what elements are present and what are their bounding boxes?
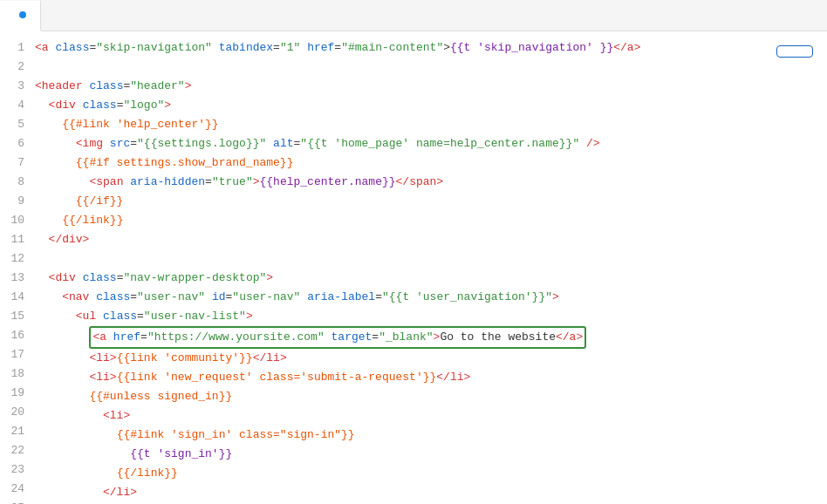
line-number: 24: [0, 480, 24, 499]
code-line: <img src="{{settings.logo}}" alt="{{t 'h…: [35, 134, 827, 153]
line-number: 1: [0, 38, 24, 58]
highlighted-code: <a href="https://www.yoursite.com" targe…: [89, 326, 586, 349]
code-content: <a class="skip-navigation" tabindex="1" …: [35, 38, 827, 504]
code-line: <li>: [35, 406, 827, 426]
code-line: <nav class="user-nav" id="user-nav" aria…: [35, 288, 827, 307]
line-number: 8: [0, 173, 24, 192]
line-number: 20: [0, 403, 24, 422]
line-number: 14: [0, 288, 24, 307]
line-number: 16: [0, 326, 24, 345]
line-number: 21: [0, 422, 24, 441]
code-line: {{/link}}: [35, 464, 827, 483]
line-number: 11: [0, 230, 24, 249]
code-line: {{/link}}: [35, 211, 827, 230]
code-line: {{#link 'sign_in' class="sign-in"}}: [35, 426, 827, 445]
line-number: 18: [0, 364, 24, 384]
line-number: 17: [0, 345, 24, 364]
code-line: [35, 58, 827, 77]
code-line: {{/if}}: [35, 192, 827, 211]
line-number: 19: [0, 384, 24, 403]
line-number: 6: [0, 134, 24, 153]
tab-unsaved-dot: [19, 11, 26, 18]
line-number: 4: [0, 96, 24, 115]
line-number: 13: [0, 269, 24, 288]
code-line: <a class="skip-navigation" tabindex="1" …: [35, 38, 827, 58]
line-number: 5: [0, 115, 24, 134]
line-number: 9: [0, 192, 24, 211]
line-number: 23: [0, 460, 24, 480]
publish-button[interactable]: [776, 45, 813, 58]
code-line: {{t 'sign_in'}}: [35, 445, 827, 464]
line-number: 3: [0, 77, 24, 96]
code-line: <li>{{link 'new_request' class='submit-a…: [35, 368, 827, 387]
line-number: 2: [0, 58, 24, 77]
code-line: </li>: [35, 483, 827, 502]
line-number: 15: [0, 307, 24, 326]
code-line: <div class="nav-wrapper-desktop">: [35, 269, 827, 288]
code-line: <a href="https://www.yoursite.com" targe…: [35, 326, 827, 349]
line-number: 10: [0, 211, 24, 230]
line-number: 7: [0, 153, 24, 173]
code-line: [35, 249, 827, 269]
tab-header-hbs[interactable]: [0, 1, 41, 31]
code-line: <header class="header">: [35, 77, 827, 96]
line-number: 22: [0, 441, 24, 460]
code-line: </div>: [35, 230, 827, 249]
editor-area: 1234567891011121314151617181920212223242…: [0, 31, 827, 504]
code-line: {{#link 'help_center'}}: [35, 115, 827, 134]
code-line: <div class="logo">: [35, 96, 827, 115]
tab-bar: [0, 0, 827, 31]
line-number: 25: [0, 499, 24, 504]
code-line: <ul class="user-nav-list">: [35, 307, 827, 326]
code-line: {{#if settings.show_brand_name}}: [35, 153, 827, 173]
code-line: <span aria-hidden="true">{{help_center.n…: [35, 173, 827, 192]
code-line: <li>{{link 'community'}}</li>: [35, 349, 827, 368]
line-numbers: 1234567891011121314151617181920212223242…: [0, 38, 35, 504]
line-number: 12: [0, 249, 24, 269]
code-line: {{#unless signed_in}}: [35, 387, 827, 406]
